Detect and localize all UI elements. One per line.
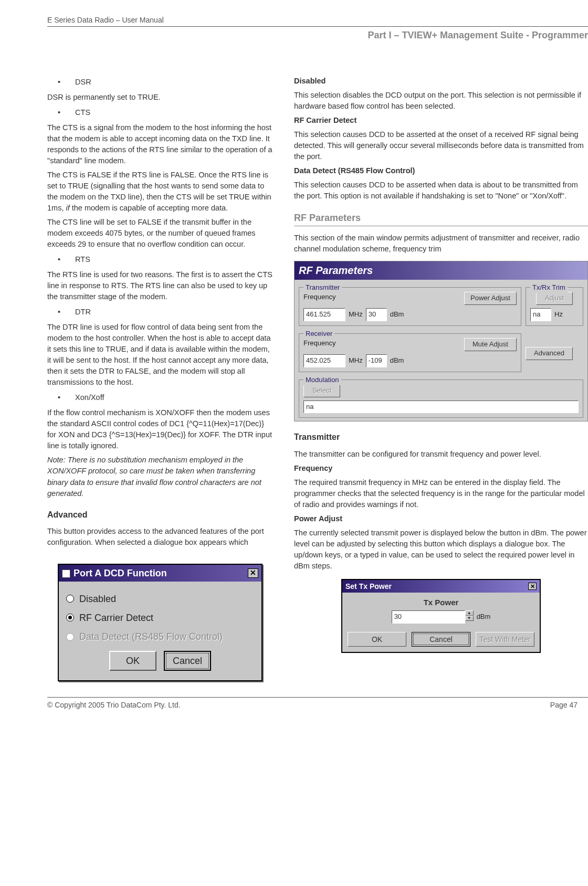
page-footer: © Copyright 2005 Trio DataCom Pty. Ltd. … [47,697,588,709]
tx-power-label: Tx Power [348,597,534,608]
right-column: Disabled This selection disables the DCD… [294,72,588,681]
app-icon [62,569,70,578]
para-rfcd: This selection causes DCD to be asserted… [294,129,588,162]
radio-rf-carrier[interactable]: RF Carrier Detect [66,611,254,625]
unit-dbm: dBm [390,310,404,320]
bullet-rts: RTS [75,254,90,265]
rx-mute-input[interactable]: -109 [366,354,387,367]
ok-button[interactable]: OK [348,632,406,647]
group-transmitter: Transmitter Frequency Power Adjust 461.5… [299,287,521,326]
unit-dbm-2: dBm [390,356,404,366]
legend-receiver: Receiver [303,329,334,339]
radio-icon [66,633,74,641]
heading-rfcd: RF Carrier Detect [294,115,588,126]
close-icon[interactable]: ✕ [528,583,537,590]
radio-data-detect: Data Detect (RS485 Flow Control) [66,630,254,644]
legend-transmitter: Transmitter [303,283,342,293]
bullet-icon: • [58,307,60,318]
test-with-meter-button: Test With Meter [476,632,534,647]
radio-rf-label: RF Carrier Detect [79,611,153,625]
tx-power-input[interactable]: 30 [366,308,387,321]
dcd-dialog-titlebar[interactable]: Port A DCD Function ✕ [59,565,261,582]
power-adjust-button[interactable]: Power Adjust [464,292,517,305]
para-cts-1: The CTS is a signal from the modem to th… [47,122,273,166]
header-left: E Series Data Radio – User Manual [47,16,164,24]
para-cts-2: The CTS is FALSE if the RTS line is FALS… [47,171,271,212]
rf-parameters-panel: RF Parameters Transmitter Frequency Powe… [294,261,588,421]
para-frequency: The required transmit frequency in MHz c… [294,477,588,510]
label-tx-frequency: Frequency [303,292,335,302]
heading-frequency: Frequency [294,463,588,474]
para-rts: The RTS line is used for two reasons. Th… [47,269,273,302]
bullet-xonxoff: Xon/Xoff [75,392,104,403]
bullet-icon: • [58,392,60,403]
spin-up-icon[interactable]: ▲ [465,610,474,616]
bullet-icon: • [58,254,60,265]
bullet-icon: • [58,77,60,88]
para-dsr: DSR is permanently set to TRUE. [47,92,273,103]
footer-copyright: © Copyright 2005 Trio DataCom Pty. Ltd. [47,701,181,709]
unit-mhz-2: MHz [349,356,363,366]
bullet-dsr: DSR [75,77,91,88]
bullet-dtr: DTR [75,307,91,318]
legend-trim: Tx/Rx Trim [530,283,568,293]
dcd-dialog-title: Port A DCD Function [74,568,167,578]
bullet-cts: CTS [75,107,90,118]
tx-power-dialog: Set Tx Power ✕ Tx Power 30 ▲ ▼ dBm [341,579,541,653]
para-dd: This selection causes DCD to be asserted… [294,180,588,202]
heading-dd: Data Detect (RS485 Flow Control) [294,165,588,176]
group-modulation: Modulation Select na [299,379,583,418]
cancel-button[interactable]: Cancel [412,632,470,647]
close-icon[interactable]: ✕ [248,568,258,578]
bullet-icon: • [58,107,60,118]
heading-power-adjust: Power Adjust [294,513,588,524]
group-advanced: Advanced [526,333,583,372]
heading-advanced: Advanced [47,509,273,521]
para-rf-parameters: This section of the main window permits … [294,233,588,255]
spin-down-icon[interactable]: ▼ [465,616,474,621]
label-rx-frequency: Frequency [303,339,335,349]
tx-frequency-input[interactable]: 461.525 [303,308,345,321]
radio-icon [66,614,74,621]
rf-panel-title: RF Parameters [295,261,587,280]
para-advanced: This button provides access to the advan… [47,526,273,548]
para-power-adjust: The currently selected transmit power is… [294,528,588,572]
mute-adjust-button[interactable]: Mute Adjust [464,338,517,351]
para-transmitter: The transmitter can be configured for tr… [294,449,588,460]
heading-transmitter: Transmitter [294,431,588,443]
radio-dd-label: Data Detect (RS485 Flow Control) [79,630,223,644]
ok-button[interactable]: OK [109,651,156,671]
tx-power-title: Set Tx Power [345,582,392,590]
cancel-button[interactable]: Cancel [164,651,211,671]
trim-adjust-button: Adjust [536,292,573,305]
page-header: E Series Data Radio – User Manual [47,16,588,27]
modulation-input[interactable]: na [303,400,579,414]
tx-power-input[interactable]: 30 [392,610,465,624]
group-receiver: Receiver Frequency Mute Adjust 452.025 M… [299,333,521,372]
select-button: Select [303,384,340,397]
legend-modulation: Modulation [303,375,341,385]
para-xonxoff: If the flow control mechanism is XON/XOF… [47,407,273,451]
tx-power-titlebar[interactable]: Set Tx Power ✕ [342,580,540,593]
footer-page-number: Page 47 [550,701,578,709]
unit-mhz: MHz [349,310,363,320]
left-column: •DSR DSR is permanently set to TRUE. •CT… [47,72,273,681]
radio-disabled-label: Disabled [79,592,116,606]
para-dtr: The DTR line is used for flow control of… [47,322,273,388]
para-disabled: This selection disables the DCD output o… [294,90,588,112]
header-section-title: Part I – TVIEW+ Management Suite - Progr… [47,30,588,41]
dcd-dialog: Port A DCD Function ✕ Disabled RF Carrie… [58,564,262,681]
group-txrx-trim: Tx/Rx Trim Adjust na Hz [526,287,583,326]
rx-frequency-input[interactable]: 452.025 [303,354,345,367]
advanced-button[interactable]: Advanced [526,347,573,360]
unit-dbm-3: dBm [477,612,491,622]
trim-value-input[interactable]: na [530,308,551,321]
unit-hz: Hz [554,310,563,320]
note-xonxoff: Note: There is no substitution mechanism… [47,455,273,499]
radio-icon [66,595,74,603]
para-cts-3: The CTS line will be set to FALSE if the… [47,217,273,250]
heading-disabled: Disabled [294,76,588,87]
heading-rf-parameters: RF Parameters [294,211,588,226]
radio-disabled[interactable]: Disabled [66,592,254,606]
